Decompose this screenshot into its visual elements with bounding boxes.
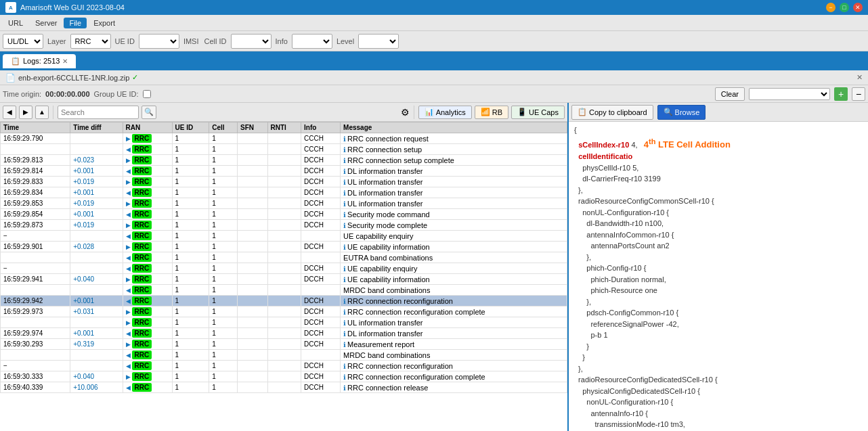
search-input[interactable]	[58, 106, 139, 119]
clipboard-label: Copy to clipboard	[589, 108, 647, 116]
code-line: radioResourceConfigCommonSCell-r10 {	[574, 196, 863, 207]
browse-button[interactable]: 🔍 Browse	[657, 105, 706, 120]
message-text: Security mode command	[347, 210, 430, 219]
filter-select[interactable]	[749, 88, 830, 100]
cell-time: −	[1, 231, 70, 242]
table-row[interactable]: ◀RRC11MRDC band combinations	[1, 285, 567, 296]
table-row[interactable]: 16:59:30.333+0.040▶RRC11DCCHℹRRC connect…	[1, 371, 567, 382]
ueid-select[interactable]	[139, 34, 179, 49]
browse-icon: 🔍	[664, 108, 673, 116]
info-select[interactable]	[292, 34, 332, 49]
search-button[interactable]: 🔍	[142, 106, 156, 119]
table-row[interactable]: 16:59:29.941+0.040▶RRC11DCCHℹUE capabili…	[1, 274, 567, 285]
table-row[interactable]: 16:59:29.973+0.031▶RRC11DCCHℹRRC connect…	[1, 307, 567, 317]
cell-ran: ▶RRC	[123, 155, 172, 166]
table-row[interactable]: −◀RRC11DCCHℹUE capability enquiry	[1, 263, 567, 274]
cell-rnti	[267, 252, 301, 263]
table-row[interactable]: 16:59:40.339+10.006◀RRC11DCCHℹRRC connec…	[1, 382, 567, 393]
table-row[interactable]: 16:59:29.901+0.028▶RRC11DCCHℹUE capabili…	[1, 242, 567, 252]
tab-logs[interactable]: 📋 Logs: 2513 ✕	[3, 54, 76, 68]
message-text: UE capability information	[347, 243, 430, 251]
cell-ueid: 1	[172, 361, 209, 371]
log-table-container[interactable]: Time Time diff RAN UE ID Cell SFN RNTI I…	[0, 122, 567, 431]
code-line: p-b 1	[574, 330, 863, 341]
cell-time: 16:59:29.941	[1, 274, 70, 285]
cell-sfn	[238, 382, 267, 393]
nav-back-button[interactable]: ◀	[3, 106, 16, 119]
cell-sfn	[238, 252, 267, 263]
cell-message: ℹRRC connection setup	[341, 144, 567, 155]
file-close-icon[interactable]: ✕	[856, 73, 863, 82]
cell-timediff	[70, 252, 123, 263]
cell-time: 16:59:29.854	[1, 209, 70, 220]
nav-forward-button[interactable]: ▶	[19, 106, 32, 119]
cell-timediff: +10.006	[70, 382, 123, 393]
browse-label: Browse	[675, 108, 700, 116]
table-row[interactable]: ◀RRC11MRDC band combinations	[1, 350, 567, 361]
layer-select[interactable]: RRC	[70, 34, 111, 49]
clear-button[interactable]: Clear	[715, 87, 745, 101]
group-ueid-checkbox[interactable]	[143, 90, 151, 98]
cell-ran: ◀RRC	[123, 231, 172, 242]
table-row[interactable]: ◀RRC11CCCHℹRRC connection setup	[1, 144, 567, 155]
cell-sfn	[238, 307, 267, 317]
cell-time: 16:59:29.973	[1, 307, 70, 317]
close-button[interactable]: ✕	[853, 3, 863, 12]
table-row[interactable]: −◀RRC11UE capability enquiry	[1, 231, 567, 242]
cell-cell: 1	[209, 231, 238, 242]
add-filter-button[interactable]: +	[834, 87, 848, 101]
cell-sfn	[238, 177, 267, 187]
cell-message: MRDC band combinations	[341, 285, 567, 296]
cell-info: DCCH	[301, 198, 341, 209]
table-row[interactable]: 16:59:29.834+0.001◀RRC11DCCHℹDL informat…	[1, 187, 567, 198]
remove-filter-button[interactable]: −	[852, 87, 865, 101]
analytics-button[interactable]: 📊 Analytics	[418, 106, 472, 119]
cellid-select[interactable]	[231, 34, 272, 49]
cell-cell: 1	[209, 361, 238, 371]
table-row[interactable]: 16:59:30.293+0.319▶RRC11DCCHℹMeasurement…	[1, 339, 567, 350]
table-row[interactable]: 16:59:29.942+0.001◀RRC11DCCHℹRRC connect…	[1, 296, 567, 307]
cell-rnti	[267, 263, 301, 274]
nav-up-button[interactable]: ▲	[35, 106, 49, 119]
table-row[interactable]: 16:59:29.814+0.001◀RRC11DCCHℹDL informat…	[1, 166, 567, 177]
tab-close-icon[interactable]: ✕	[62, 58, 68, 65]
cell-ueid: 1	[172, 177, 209, 187]
table-row[interactable]: −◀RRC11DCCHℹRRC connection reconfigurati…	[1, 361, 567, 371]
table-row[interactable]: ◀RRC11EUTRA band combinations	[1, 252, 567, 263]
col-info: Info	[301, 122, 341, 133]
ran-badge: RRC	[132, 340, 152, 348]
table-row[interactable]: 16:59:29.873+0.019▶RRC11DCCHℹSecurity mo…	[1, 220, 567, 231]
table-row[interactable]: 16:59:29.854+0.001◀RRC11DCCHℹSecurity mo…	[1, 209, 567, 220]
ran-badge: RRC	[132, 210, 152, 219]
table-row[interactable]: 16:59:29.833+0.019▶RRC11DCCHℹUL informat…	[1, 177, 567, 187]
maximize-button[interactable]: □	[840, 3, 849, 12]
menu-url[interactable]: URL	[3, 18, 28, 28]
table-row[interactable]: 16:59:29.853+0.019▶RRC11DCCHℹUL informat…	[1, 198, 567, 209]
cell-cell: 1	[209, 317, 238, 328]
table-row[interactable]: 16:59:29.813+0.023▶RRC11DCCHℹRRC connect…	[1, 155, 567, 166]
cell-message: ℹSecurity mode command	[341, 209, 567, 220]
rb-button[interactable]: 📶 RB	[475, 106, 508, 119]
menu-file[interactable]: File	[64, 18, 87, 28]
message-info-icon: ℹ	[343, 179, 346, 186]
cell-ran: ◀RRC	[123, 361, 172, 371]
ran-badge: RRC	[132, 221, 152, 229]
minimize-button[interactable]: −	[826, 3, 836, 12]
table-row[interactable]: 16:59:29.974+0.001◀RRC11DCCHℹDL informat…	[1, 328, 567, 339]
table-row[interactable]: 16:59:29.790▶RRC11CCCHℹRRC connection re…	[1, 133, 567, 144]
cell-rnti	[267, 382, 301, 393]
menu-server[interactable]: Server	[30, 18, 62, 28]
table-row[interactable]: ▶RRC11DCCHℹUL information transfer	[1, 317, 567, 328]
tab-logs-label: Logs: 2513	[23, 57, 60, 65]
cell-timediff: +0.019	[70, 198, 123, 209]
col-rnti: RNTI	[267, 122, 301, 133]
level-select[interactable]	[358, 34, 399, 49]
uecaps-button[interactable]: 📱 UE Caps	[511, 106, 565, 119]
ran-badge: RRC	[132, 318, 152, 327]
copy-clipboard-button[interactable]: 📋 Copy to clipboard	[571, 105, 653, 120]
menu-export[interactable]: Export	[88, 18, 121, 28]
cell-sfn	[238, 263, 267, 274]
message-info-icon: ℹ	[343, 222, 346, 229]
cell-time	[1, 252, 70, 263]
protocol-select[interactable]: UL/DL	[3, 34, 43, 49]
